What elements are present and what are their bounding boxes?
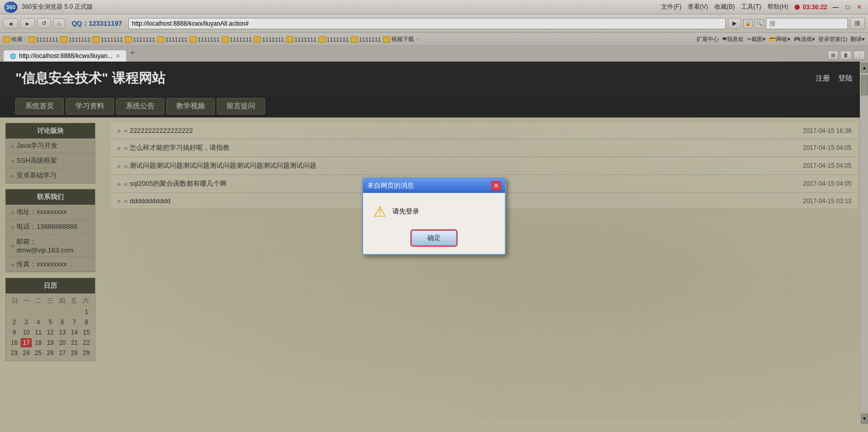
dialog-message: 请先登录 (392, 207, 419, 216)
dialog-body: ⚠ 请先登录 (363, 193, 505, 225)
dialog-overlay: 来自网页的消息 ✕ ⚠ 请先登录 确定 (0, 0, 868, 432)
dialog-footer: 确定 (363, 225, 505, 254)
dialog-title: 来自网页的消息 (367, 181, 414, 190)
dialog-ok-button[interactable]: 确定 (411, 230, 457, 246)
dialog-title-bar: 来自网页的消息 ✕ (363, 179, 505, 193)
dialog-warning-icon: ⚠ (373, 203, 386, 220)
dialog-close-button[interactable]: ✕ (492, 181, 501, 190)
alert-dialog: 来自网页的消息 ✕ ⚠ 请先登录 确定 (362, 178, 506, 255)
